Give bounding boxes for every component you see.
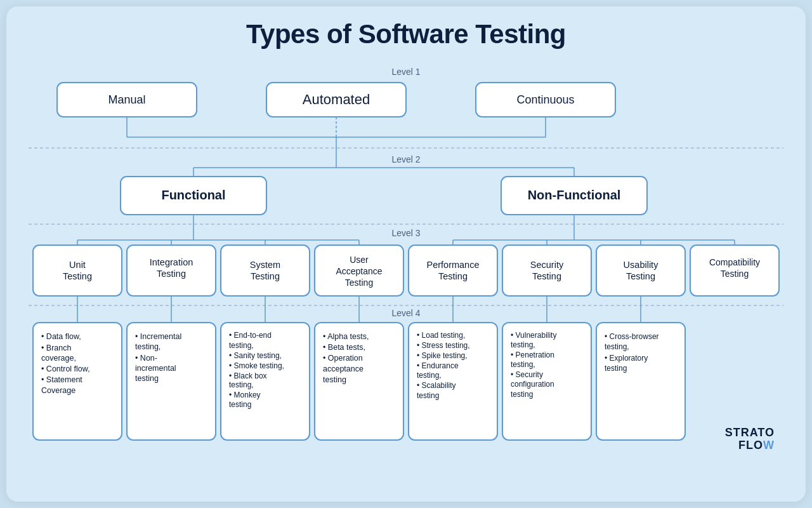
sys-detail-3: • Sanity testing, [229,351,282,360]
usab-detail-2: testing, [605,342,629,351]
level4-label: Level 4 [391,308,420,318]
usab-detail-1: • Cross-browser [605,332,659,341]
svg-rect-33 [502,245,591,296]
level2-label: Level 2 [391,154,420,164]
usab-detail-3: • Exploratory [605,354,648,363]
manual-label: Manual [108,93,145,106]
system-testing-label2: Testing [251,271,280,281]
logo-line1: STRATO [725,426,775,439]
unit-detail-2: • Branch [41,344,72,352]
tree-connectors-svg: Level 1 Manual Automated Continuous [22,56,790,462]
functional-label: Functional [161,188,225,202]
int-detail-2: testing, [135,342,160,351]
integration-testing-label2: Testing [157,269,186,279]
unit-detail-3: coverage, [41,354,76,363]
unit-detail-4: • Control flow, [41,364,90,373]
perf-detail-7: testing [417,391,439,400]
logo-line2: FLOW [738,439,775,451]
perf-detail-6: • Scalability [417,381,456,390]
int-detail-1: • Incremental [135,332,181,341]
unit-testing-label: Unit [69,260,86,270]
perf-detail-2: • Stress testing, [417,341,470,350]
uat-detail-1: • Alpha tests, [323,332,369,341]
sec-detail-7: testing [511,390,533,399]
usab-detail-4: testing [605,364,627,373]
unit-testing-label2: Testing [63,271,92,281]
svg-rect-32 [409,245,497,296]
compatibility-testing-label: Compatibility [709,257,760,267]
security-testing-label: Security [530,260,564,270]
main-title: Types of Software Testing [22,19,790,50]
perf-detail-3: • Spike testing, [417,351,468,360]
compatibility-testing-label2: Testing [721,269,749,279]
uat-label2: Acceptance [336,266,382,276]
system-testing-label: System [250,260,280,270]
nonfunctional-label: Non-Functional [528,188,621,202]
performance-testing-label: Performance [426,260,479,270]
automated-label: Automated [303,91,370,107]
uat-label: User [350,255,369,265]
uat-detail-2: • Beta tests, [323,343,365,352]
logo-w: W [763,439,775,451]
level1-label: Level 1 [391,67,420,77]
unit-detail-5: • Statement [41,375,82,384]
sys-detail-1: • End-to-end [229,331,272,340]
sys-detail-4: • Smoke testing, [229,361,284,370]
svg-rect-34 [596,245,685,296]
sec-detail-6: configuration [511,380,554,389]
unit-detail-6: Coverage [41,386,75,395]
sys-detail-7: • Monkey [229,391,261,399]
sec-detail-2: testing, [511,340,535,349]
unit-detail-1: • Data flow, [41,332,81,341]
int-detail-3: • Non- [135,354,157,363]
level3-label: Level 3 [391,228,420,238]
int-detail-4: incremental [135,364,176,373]
security-testing-label2: Testing [532,271,561,281]
integration-testing-label: Integration [150,257,193,267]
perf-detail-1: • Load testing, [417,331,465,340]
uat-detail-5: testing [323,375,346,384]
uat-detail-4: acceptance [323,364,363,373]
full-diagram: Level 1 Manual Automated Continuous [22,56,790,462]
svg-rect-30 [221,245,310,296]
usability-testing-label2: Testing [626,271,655,281]
int-detail-5: testing [135,374,159,383]
sec-detail-1: • Vulnerability [511,331,556,340]
diagram-container: Types of Software Testing Level 1 Manual… [6,6,806,502]
perf-detail-5: testing, [417,371,442,380]
usability-testing-label: Usability [624,260,659,270]
performance-testing-label2: Testing [438,271,468,281]
uat-label3: Testing [345,277,373,288]
svg-rect-28 [33,245,122,296]
sys-detail-6: testing, [229,380,254,389]
sec-detail-4: testing, [511,360,535,369]
sys-detail-5: • Black box [229,371,267,380]
sec-detail-5: • Security [511,370,543,379]
stratoflow-logo: STRATO FLOW [725,426,775,452]
perf-detail-4: • Endurance [417,361,459,370]
logo-text: STRATO FLOW [725,426,775,452]
continuous-label: Continuous [516,93,574,106]
sys-detail-2: testing, [229,341,254,350]
sec-detail-3: • Penetration [511,351,554,359]
sys-detail-8: testing [229,400,251,409]
uat-detail-3: • Operation [323,354,363,363]
